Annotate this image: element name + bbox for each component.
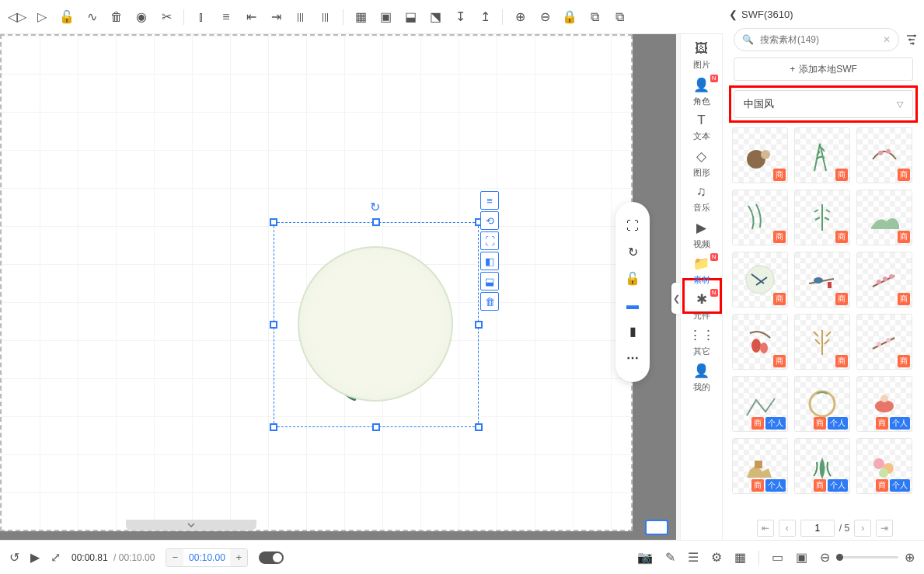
nav-角色[interactable]: 👤角色N	[682, 75, 721, 109]
nav-音乐[interactable]: ♫音乐	[682, 182, 721, 216]
search-box[interactable]: 🔍 ✕	[734, 28, 899, 51]
nav-图形[interactable]: ◇图形	[682, 146, 721, 180]
zoom-in-icon[interactable]: ⊕	[905, 550, 915, 565]
layers-icon[interactable]: ☰	[688, 550, 699, 565]
flip-h-button[interactable]: ◁▷	[6, 6, 28, 28]
search-input[interactable]	[760, 34, 877, 45]
asset-cell[interactable]: 商	[732, 127, 788, 183]
category-select[interactable]: 中国风 ▽	[734, 90, 913, 118]
zoom-out-button[interactable]: ⊖	[534, 6, 556, 28]
indent-r-button[interactable]: ⇥	[265, 6, 287, 28]
send-back-button[interactable]: ⬓	[399, 6, 421, 28]
resize-handle-e[interactable]	[475, 321, 483, 329]
nav-文本[interactable]: T文本	[682, 110, 721, 144]
resize-handle-w[interactable]	[270, 321, 277, 329]
copy-button[interactable]: ⧉	[584, 6, 605, 28]
asset-cell[interactable]: 商	[794, 127, 850, 183]
page-first[interactable]: ⇤	[757, 520, 774, 537]
selected-asset-birds[interactable]	[282, 231, 472, 420]
nav-其它[interactable]: ⋮⋮其它	[682, 325, 721, 359]
crop-button[interactable]: ✂	[155, 6, 177, 28]
nav-视频[interactable]: ▶视频	[682, 217, 721, 252]
nav-我的[interactable]: 👤我的	[682, 360, 721, 395]
focus-button[interactable]: ◉	[131, 6, 152, 28]
lock-button[interactable]: 🔒	[559, 6, 581, 28]
play-triangle-button[interactable]: ▷	[31, 6, 53, 28]
page-input[interactable]	[805, 523, 830, 534]
asset-cell[interactable]: 商	[856, 190, 912, 245]
filter-icon[interactable]	[905, 33, 918, 46]
nav-素材[interactable]: 📁素材N	[682, 253, 721, 287]
asset-cell[interactable]: 商	[732, 314, 788, 370]
expand-icon[interactable]: ⤢	[51, 550, 61, 565]
lock-open-button[interactable]: 🔓	[56, 6, 78, 28]
indent-l-button[interactable]: ⇤	[240, 6, 262, 28]
mid-panel-0[interactable]: ⛶	[626, 219, 639, 233]
float-tool-1[interactable]: ⟲	[480, 211, 499, 230]
float-tool-3[interactable]: ◧	[480, 252, 499, 270]
resize-handle-sw[interactable]	[270, 423, 277, 431]
mid-panel-5[interactable]: ⋯	[626, 350, 640, 365]
canvas-tab-indicator[interactable]	[645, 520, 668, 535]
back-link[interactable]: ❮ SWF(3610)	[723, 0, 924, 28]
asset-cell[interactable]: 商	[794, 314, 850, 370]
scroll-indicator[interactable]	[126, 520, 256, 531]
clear-icon[interactable]: ✕	[883, 34, 891, 45]
asset-cell[interactable]: 商	[856, 314, 912, 370]
stepper-minus[interactable]: −	[166, 549, 183, 566]
resize-handle-se[interactable]	[475, 423, 483, 431]
asset-cell[interactable]: 商个人	[732, 438, 788, 494]
asset-cell[interactable]: 商个人	[794, 438, 850, 494]
page-input-wrap[interactable]	[800, 520, 835, 537]
align-h-button[interactable]: ≡	[215, 6, 237, 28]
distribute-h-button[interactable]: ⫼	[290, 6, 312, 28]
play-icon[interactable]: ▶	[30, 550, 40, 565]
resize-handle-n[interactable]	[372, 218, 380, 226]
asset-cell[interactable]: 商	[732, 190, 788, 245]
resize-handle-nw[interactable]	[270, 218, 277, 226]
selection-box[interactable]: ↻	[274, 222, 479, 427]
asset-cell[interactable]: 商	[732, 252, 788, 308]
float-tool-0[interactable]: ≡	[480, 191, 499, 210]
sliders-icon[interactable]: ⚙	[711, 550, 722, 565]
asset-cell[interactable]: 商个人	[732, 376, 788, 432]
add-local-button[interactable]: + 添加本地SWF	[734, 57, 913, 81]
asset-cell[interactable]: 商	[856, 252, 912, 308]
resize-handle-s[interactable]	[372, 423, 380, 431]
duration-stepper[interactable]: − +	[166, 548, 248, 567]
bring-front-button[interactable]: ⬔	[424, 6, 446, 28]
rotate-handle[interactable]: ↻	[370, 200, 380, 214]
float-tool-5[interactable]: 🗑	[480, 292, 499, 311]
nav-元件[interactable]: ✱元件N	[682, 289, 721, 323]
page-last[interactable]: ⇥	[876, 520, 893, 537]
zoom-in-button[interactable]: ⊕	[509, 6, 531, 28]
trash-button[interactable]: 🗑	[106, 6, 127, 28]
toggle-switch[interactable]	[259, 551, 284, 564]
asset-cell[interactable]: 商个人	[856, 376, 912, 432]
zoom-slider[interactable]	[836, 556, 898, 558]
page-next[interactable]: ›	[854, 520, 871, 537]
canvas[interactable]: ↻	[0, 34, 633, 531]
asset-cell[interactable]: 商个人	[856, 438, 912, 494]
stepper-plus[interactable]: +	[230, 549, 247, 566]
page-prev[interactable]: ‹	[779, 520, 796, 537]
mid-panel-2[interactable]: 🔓	[625, 271, 640, 286]
ratio-icon[interactable]: ▣	[796, 550, 807, 565]
align-v-button[interactable]: ⫿	[190, 6, 212, 28]
distribute-v-button[interactable]: ⫼	[315, 6, 336, 28]
curve-button[interactable]: ∿	[81, 6, 103, 28]
zoom-out-icon[interactable]: ⊖	[820, 550, 830, 565]
paste-button[interactable]: ⧉	[608, 6, 630, 28]
asset-cell[interactable]: 商	[856, 127, 912, 183]
ungroup-button[interactable]: ▣	[375, 6, 396, 28]
group-button[interactable]: ▦	[350, 6, 371, 28]
asset-cell[interactable]: 商	[794, 190, 850, 245]
mid-panel-3[interactable]: ▬	[626, 298, 639, 312]
mid-panel-1[interactable]: ↻	[628, 245, 638, 259]
nav-图片[interactable]: 🖼图片	[682, 39, 721, 73]
float-tool-4[interactable]: ⬓	[480, 272, 499, 290]
history-icon[interactable]: ↺	[9, 550, 19, 565]
camera-icon[interactable]: 📷	[637, 550, 653, 565]
thumbnail-icon[interactable]: ▭	[772, 550, 783, 565]
edit-icon[interactable]: ✎	[665, 550, 675, 565]
